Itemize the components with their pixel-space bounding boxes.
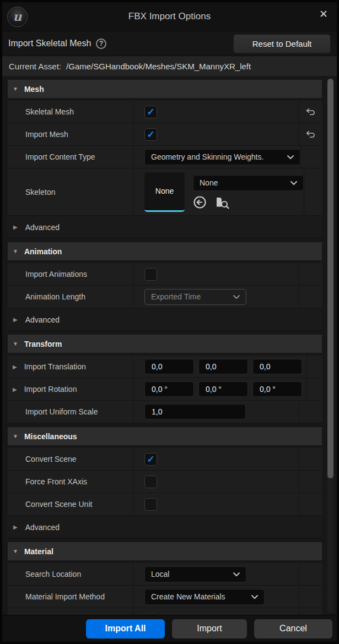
section-header-mesh[interactable]: ▼ Mesh	[8, 80, 322, 98]
expanded-triangle-icon: ▼	[13, 86, 18, 92]
current-asset-label: Current Asset:	[9, 62, 61, 71]
section-header-transform[interactable]: ▼ Transform	[8, 335, 322, 353]
import-button[interactable]: Import	[172, 619, 247, 638]
rotation-z-field[interactable]: 0,0 °	[252, 381, 302, 397]
row-import-translation: ▶ Import Translation 0,0 0,0 0,0	[8, 356, 322, 378]
import-content-type-dropdown[interactable]: Geometry and Skinning Weights.	[144, 149, 300, 165]
help-icon[interactable]: ?	[96, 39, 106, 49]
animation-length-dropdown: Exported Time	[144, 289, 246, 305]
expanded-triangle-icon: ▼	[13, 433, 18, 439]
chevron-down-icon	[251, 595, 258, 599]
convert-scene-unit-checkbox[interactable]	[144, 498, 157, 511]
import-all-button[interactable]: Import All	[86, 619, 165, 638]
section-title: Material	[24, 547, 53, 556]
row-import-textures: Import Textures ✓	[8, 608, 322, 615]
chevron-down-icon	[233, 295, 240, 299]
row-label: Import Rotation	[24, 385, 77, 394]
collapsed-triangle-icon[interactable]: ▶	[13, 364, 17, 370]
fbx-import-options-dialog: u FBX Import Options ✕ Import Skeletal M…	[0, 0, 339, 644]
section-header-miscellaneous[interactable]: ▼ Miscellaneous	[8, 427, 322, 445]
row-skeleton: Skeleton None None	[8, 168, 322, 216]
mesh-advanced-expander[interactable]: ▶ Advanced	[8, 216, 322, 238]
section-title: Mesh	[24, 85, 44, 94]
vertical-scrollbar[interactable]	[327, 78, 333, 613]
current-asset-path: /Game/SGHandbook/Meshes/SKM_MannyXR_left	[66, 62, 251, 71]
uniform-scale-field[interactable]: 1,0	[144, 404, 246, 419]
window-title: FBX Import Options	[2, 11, 337, 22]
use-selected-asset-icon[interactable]	[193, 195, 207, 209]
section-header-animation[interactable]: ▼ Animation	[8, 242, 322, 260]
row-import-mesh: Import Mesh ✓	[8, 123, 322, 146]
import-animations-checkbox[interactable]	[144, 268, 157, 281]
row-label: Import Textures	[8, 608, 133, 615]
collapsed-triangle-icon: ▶	[13, 224, 18, 230]
force-front-xaxis-checkbox[interactable]	[144, 476, 157, 488]
section-title: Animation	[24, 247, 62, 256]
row-label: Import Animations	[8, 263, 133, 285]
check-icon: ✓	[147, 455, 154, 464]
reset-property-icon[interactable]	[305, 130, 316, 139]
translation-y-field[interactable]: 0,0	[198, 359, 248, 374]
check-icon: ✓	[147, 615, 154, 615]
row-label: Skeleton	[8, 168, 133, 215]
advanced-label: Advanced	[25, 223, 60, 232]
miscellaneous-advanced-expander[interactable]: ▶ Advanced	[8, 516, 322, 538]
collapsed-triangle-icon[interactable]: ▶	[13, 386, 17, 392]
section-title: Transform	[24, 340, 62, 348]
reset-to-default-button[interactable]: Reset to Default	[233, 34, 331, 53]
scrollbar-thumb[interactable]	[327, 79, 333, 478]
row-label: Material Import Method	[8, 586, 133, 608]
collapsed-triangle-icon: ▶	[13, 524, 18, 530]
section-header-material[interactable]: ▼ Material	[8, 542, 322, 560]
check-icon: ✓	[147, 130, 154, 139]
translation-z-field[interactable]: 0,0	[252, 359, 302, 374]
row-label: Convert Scene	[8, 448, 133, 470]
thumbnail-text: None	[155, 187, 174, 195]
dialog-footer: Import All Import Cancel	[2, 615, 337, 642]
row-force-front-xaxis: Force Front XAxis	[8, 471, 322, 493]
advanced-label: Advanced	[25, 315, 60, 324]
skeletal-mesh-checkbox[interactable]: ✓	[144, 106, 157, 118]
import-type-title: Import Skeletal Mesh	[8, 39, 91, 48]
rotation-y-field[interactable]: 0,0 °	[198, 381, 248, 397]
import-mesh-checkbox[interactable]: ✓	[144, 128, 157, 141]
row-convert-scene-unit: Convert Scene Unit	[8, 493, 322, 516]
row-skeletal-mesh: Skeletal Mesh ✓	[8, 101, 322, 123]
row-label: Import Content Type	[8, 146, 133, 168]
cancel-button[interactable]: Cancel	[254, 619, 332, 638]
dropdown-value: Create New Materials	[151, 592, 247, 601]
row-import-animations: Import Animations	[8, 263, 322, 286]
advanced-label: Advanced	[25, 523, 60, 532]
reset-property-icon[interactable]	[305, 108, 316, 116]
row-material-import-method: Material Import Method Create New Materi…	[8, 586, 322, 608]
translation-x-field[interactable]: 0,0	[144, 359, 194, 374]
convert-scene-checkbox[interactable]: ✓	[144, 453, 157, 466]
row-animation-length: Animation Length Exported Time	[8, 286, 322, 308]
row-convert-scene: Convert Scene ✓	[8, 448, 322, 471]
row-label: Import Uniform Scale	[8, 401, 133, 423]
rotation-x-field[interactable]: 0,0 °	[144, 381, 194, 397]
row-label: Import Mesh	[8, 123, 133, 145]
row-label: Skeletal Mesh	[8, 101, 133, 123]
row-import-uniform-scale: Import Uniform Scale 1,0	[8, 401, 322, 423]
material-import-method-dropdown[interactable]: Create New Materials	[144, 589, 265, 605]
current-asset-bar: Current Asset: /Game/SGHandbook/Meshes/S…	[2, 56, 337, 76]
chevron-down-icon	[290, 181, 297, 185]
row-import-content-type: Import Content Type Geometry and Skinnin…	[8, 146, 322, 168]
skeleton-dropdown[interactable]: None	[193, 175, 304, 191]
section-title: Miscellaneous	[24, 432, 77, 441]
browse-to-asset-icon[interactable]	[216, 195, 230, 209]
row-search-location: Search Location Local	[8, 563, 322, 586]
property-grid: ▼ Mesh Skeletal Mesh ✓ Import Mesh	[2, 76, 337, 615]
skeleton-asset-thumbnail[interactable]: None	[144, 172, 185, 212]
dropdown-value: Exported Time	[151, 292, 229, 301]
close-icon[interactable]: ✕	[319, 9, 328, 19]
expanded-triangle-icon: ▼	[13, 548, 18, 554]
import-textures-checkbox: ✓	[144, 613, 157, 615]
chevron-down-icon	[287, 155, 294, 159]
search-location-dropdown[interactable]: Local	[144, 566, 246, 582]
row-import-rotation: ▶ Import Rotation 0,0 ° 0,0 ° 0,0 °	[8, 378, 322, 401]
animation-advanced-expander[interactable]: ▶ Advanced	[8, 309, 322, 331]
expanded-triangle-icon: ▼	[13, 341, 18, 347]
row-label: Convert Scene Unit	[8, 493, 133, 515]
